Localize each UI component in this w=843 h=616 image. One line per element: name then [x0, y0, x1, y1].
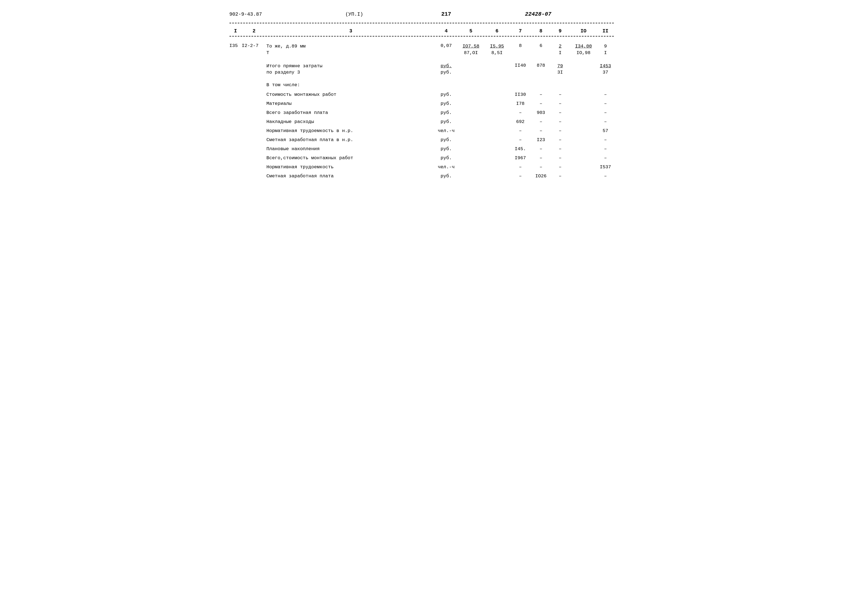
- detail-label-6: Плановые накопления: [267, 146, 435, 151]
- detail-label-1: Материалы: [267, 101, 435, 106]
- summary-col4: руб. руб.: [435, 63, 457, 76]
- detail-c11-5: –: [597, 137, 614, 142]
- detail-label-0: Стоимость монтажных работ: [267, 92, 435, 97]
- entry-col10-line2: IO,98: [570, 50, 597, 56]
- header-num: 217: [430, 11, 463, 17]
- detail-c11-7: –: [597, 155, 614, 161]
- detail-c7-1: I78: [509, 101, 531, 106]
- col-header-11: II: [597, 28, 614, 34]
- detail-c8-1: –: [531, 101, 551, 106]
- detail-unit-2: руб.: [435, 110, 457, 115]
- entry-col11: 9 I: [597, 43, 614, 56]
- detail-row-6: Плановые накопления руб. I45. – – –: [229, 145, 614, 153]
- summary-col11: I453 37: [597, 63, 614, 76]
- summary-col3: Итого прямне затраты по разделу 3: [267, 63, 435, 76]
- in-including-row: В том числе:: [229, 81, 614, 89]
- detail-c7-2: –: [509, 110, 531, 115]
- detail-c9-6: –: [551, 146, 570, 151]
- detail-label-8: Нормативная трудоемкость: [267, 164, 435, 170]
- detail-c9-4: –: [551, 128, 570, 133]
- summary-col9-line2: 3I: [551, 69, 570, 76]
- detail-unit-8: чел.-ч: [435, 164, 457, 170]
- entry-col11-line1: 9: [597, 43, 614, 50]
- detail-c11-2: –: [597, 110, 614, 115]
- detail-unit-7: руб.: [435, 155, 457, 161]
- detail-c11-3: –: [597, 119, 614, 124]
- detail-c7-6: I45.: [509, 146, 531, 151]
- detail-c9-2: –: [551, 110, 570, 115]
- col-header-7: 7: [509, 28, 531, 34]
- entry-col3: То же, д.89 мм Т: [267, 43, 435, 56]
- detail-c9-0: –: [551, 92, 570, 97]
- detail-c8-6: –: [531, 146, 551, 151]
- col-header-1: I: [229, 28, 242, 34]
- detail-c9-9: –: [551, 173, 570, 179]
- detail-label-3: Накладные расходы: [267, 119, 435, 124]
- detail-c7-9: –: [509, 173, 531, 179]
- detail-c7-0: II30: [509, 92, 531, 97]
- detail-c9-7: –: [551, 155, 570, 161]
- detail-c8-8: –: [531, 164, 551, 170]
- header-code: 902-9-43.87: [229, 12, 279, 17]
- col-header-5: 5: [457, 28, 485, 34]
- detail-row-2: Всего заработная плата руб. – 903 – –: [229, 109, 614, 116]
- detail-row-8: Нормативная трудоемкость чел.-ч – – – I5…: [229, 163, 614, 171]
- entry-col6: I5,95 8,5I: [485, 43, 509, 56]
- entry-col5-line2: 87,OI: [457, 50, 485, 56]
- detail-c8-2: 903: [531, 110, 551, 115]
- summary-unit2: руб.: [435, 69, 457, 76]
- summary-row: Итого прямне затраты по разделу 3 руб. р…: [229, 62, 614, 77]
- detail-c7-3: 692: [509, 119, 531, 124]
- entry-col8: 6: [531, 43, 551, 48]
- detail-c11-9: –: [597, 173, 614, 179]
- col-header-10: IO: [570, 28, 597, 34]
- detail-rows: Стоимость монтажных работ руб. II30 – – …: [229, 91, 614, 180]
- col-header-2: 2: [242, 28, 267, 34]
- detail-c7-7: I967: [509, 155, 531, 161]
- detail-row-1: Материалы руб. I78 – – –: [229, 100, 614, 107]
- detail-c11-4: 57: [597, 128, 614, 133]
- entry-col5-line1: IO7,58: [457, 43, 485, 50]
- detail-c11-0: –: [597, 92, 614, 97]
- detail-unit-3: руб.: [435, 119, 457, 124]
- summary-col11-line1: I453: [597, 63, 614, 69]
- detail-label-2: Всего заработная плата: [267, 110, 435, 115]
- detail-c11-6: –: [597, 146, 614, 151]
- summary-label1: Итого прямне затраты: [267, 63, 430, 69]
- entry-col4: 0,07: [435, 43, 457, 48]
- detail-c8-4: –: [531, 128, 551, 133]
- entry-col5: IO7,58 87,OI: [457, 43, 485, 56]
- page-container: 902-9-43.87 (УП.I) 217 22428-07 I 2 3 4 …: [229, 11, 614, 180]
- detail-label-7: Всего,стоимость монтажных работ: [267, 155, 435, 161]
- summary-col9: 79 3I: [551, 63, 570, 76]
- detail-label-5: Сметная заработная плата в н.р.: [267, 137, 435, 142]
- detail-row-4: Нормативная трудоемкость в н.р. чел.-ч –…: [229, 127, 614, 135]
- detail-c9-1: –: [551, 101, 570, 106]
- entry-col9: 2 I: [551, 43, 570, 56]
- detail-c9-5: –: [551, 137, 570, 142]
- entry-col10: I34,00 IO,98: [570, 43, 597, 56]
- detail-unit-6: руб.: [435, 146, 457, 151]
- detail-c7-5: –: [509, 137, 531, 142]
- summary-col8: 878: [531, 63, 551, 68]
- col-header-8: 8: [531, 28, 551, 34]
- summary-unit1: руб.: [435, 63, 457, 69]
- detail-c8-7: –: [531, 155, 551, 161]
- entry-col6-line2: 8,5I: [485, 50, 509, 56]
- entry-col11-line2: I: [597, 50, 614, 56]
- entry-col1: I35: [229, 43, 242, 48]
- entry-col2: I2-2-7: [242, 43, 267, 48]
- detail-c8-0: –: [531, 92, 551, 97]
- header-right: 22428-07: [463, 11, 614, 17]
- detail-unit-9: руб.: [435, 173, 457, 179]
- in-including-label: В том числе:: [267, 82, 614, 88]
- col-header-9: 9: [551, 28, 570, 34]
- detail-row-0: Стоимость монтажных работ руб. II30 – – …: [229, 91, 614, 98]
- entry-col9-line1: 2: [551, 43, 570, 50]
- entry-col3-line2: Т: [267, 50, 430, 56]
- col-headers-row: I 2 3 4 5 6 7 8 9 IO II: [229, 26, 614, 37]
- col-header-6: 6: [485, 28, 509, 34]
- detail-row-5: Сметная заработная плата в н.р. руб. – I…: [229, 136, 614, 144]
- entry-col10-line1: I34,00: [570, 43, 597, 50]
- col-header-3: 3: [267, 28, 435, 34]
